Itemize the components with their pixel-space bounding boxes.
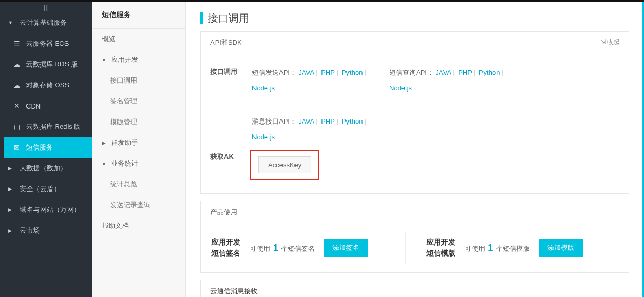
nav1-item-ecs[interactable]: ☰ 云服务器 ECS [4, 33, 92, 54]
api-sdk-card: API和SDK ⇲ 收起 接口调用 短信发送API： JAVA| PHP| Py… [200, 31, 629, 194]
product-usage-card: 产品使用 应用开发短信签名 可使用 1 个短信签名 添加签名 [200, 201, 629, 273]
cdn-icon: ✕ [12, 102, 21, 110]
nav2-item-signature[interactable]: 签名管理 [92, 91, 185, 112]
nav2-label: 概览 [102, 34, 115, 44]
api-group-send: 短信发送API： JAVA| PHP| Python| Node.js [252, 65, 371, 96]
nav1-group-market[interactable]: 云市场 [0, 220, 92, 241]
nav1-label: 安全（云盾） [20, 184, 60, 194]
api-call-row-label: 接口调用 [210, 65, 252, 76]
card-heading: 产品使用 [210, 208, 237, 217]
accesskey-highlight: AccessKey [250, 150, 319, 180]
app-shell: ||| 云计算基础服务 ☰ 云服务器 ECS ☁ 云数据库 RDS 版 ☁ 对象… [0, 2, 644, 297]
message-receive-card: 云通信消息接收 [200, 280, 629, 297]
nav1-item-sms[interactable]: ✉ 短信服务 [4, 137, 92, 158]
nav2-item-batch[interactable]: ▶群发助手 [92, 132, 185, 153]
nav1-label: 云数据库 Redis 版 [26, 122, 81, 131]
nav1-label: 云市场 [20, 226, 40, 235]
usage-signature-count: 可使用 1 个短信签名 [250, 242, 315, 253]
api-link-python[interactable]: Python [479, 69, 500, 76]
api-link-php[interactable]: PHP [458, 69, 472, 76]
usage-signature-cell: 应用开发短信签名 可使用 1 个短信签名 添加签名 [210, 232, 405, 264]
nav2-item-overview[interactable]: 概览 [92, 29, 185, 49]
nav2-label: 发送记录查询 [110, 200, 151, 210]
api-link-nodejs[interactable]: Node.js [252, 133, 275, 141]
nav1-item-oss[interactable]: ☁ 对象存储 OSS [4, 75, 92, 96]
card-heading: API和SDK [210, 38, 242, 47]
ak-row-label: 获取AK [210, 150, 252, 161]
nav1-label: 大数据（数加） [20, 164, 67, 173]
secondary-sidebar: 短信服务 概览 应用开发 接口调用 签名管理 模版管理 ▶群发助手 业务统计 统… [92, 2, 186, 297]
sms-icon: ✉ [12, 143, 21, 152]
api-link-java[interactable]: JAVA [299, 117, 315, 125]
nav1-group-bigdata[interactable]: 大数据（数加） [0, 158, 92, 179]
nav2-item-appdev[interactable]: 应用开发 [92, 49, 185, 70]
usage-template-title: 应用开发短信模版 [426, 237, 455, 259]
card-collapse-button[interactable]: ⇲ 收起 [600, 38, 620, 47]
nav1-group-security[interactable]: 安全（云盾） [0, 179, 92, 199]
server-icon: ☰ [12, 39, 21, 48]
chevron-right-icon [8, 228, 16, 233]
chevron-down-icon [102, 161, 108, 167]
add-template-button[interactable]: 添加模版 [539, 239, 583, 256]
nav1-label: 短信服务 [26, 143, 53, 152]
api-link-php[interactable]: PHP [321, 117, 335, 125]
nav2-item-help[interactable]: 帮助文档 [92, 215, 185, 236]
chevron-right-icon [8, 207, 16, 212]
nav2-item-send-log[interactable]: 发送记录查询 [92, 195, 185, 215]
card-heading: 云通信消息接收 [210, 287, 258, 295]
nav2-label: 应用开发 [111, 55, 138, 64]
nav1-item-cdn[interactable]: ✕ CDN [4, 96, 92, 116]
chevron-right-icon: ▶ [102, 140, 108, 146]
nav1-label: 云计算基础服务 [20, 18, 67, 28]
secondary-sidebar-title: 短信服务 [92, 2, 185, 29]
add-signature-button[interactable]: 添加签名 [324, 239, 368, 256]
api-link-nodejs[interactable]: Node.js [252, 84, 275, 92]
nav1-label: CDN [26, 102, 41, 110]
nav1-item-rds[interactable]: ☁ 云数据库 RDS 版 [4, 54, 92, 75]
usage-template-count: 可使用 1 个短信模版 [465, 242, 530, 253]
collapse-icon: ||| [44, 4, 49, 11]
cloud-icon: ☁ [12, 81, 21, 89]
database-icon: ☁ [12, 60, 21, 69]
api-group-message: 消息接口API： JAVA| PHP| Python| Node.js [252, 114, 371, 145]
nav1-item-redis[interactable]: ▢ 云数据库 Redis 版 [4, 116, 92, 137]
nav2-label: 帮助文档 [102, 221, 129, 231]
nav2-label: 群发助手 [111, 138, 138, 147]
chevron-down-icon [102, 57, 108, 63]
nav1-label: 对象存储 OSS [26, 80, 69, 90]
chevron-down-icon [8, 20, 16, 25]
chevron-right-icon [8, 166, 16, 171]
nav2-label: 业务统计 [111, 159, 138, 168]
page-title: 接口调用 [200, 12, 629, 24]
nav2-label: 签名管理 [110, 97, 137, 106]
usage-signature-title: 应用开发短信签名 [211, 237, 240, 259]
nav1-label: 云数据库 RDS 版 [26, 60, 78, 69]
nav2-item-api-call[interactable]: 接口调用 [92, 70, 185, 91]
sidebar-collapse-toggle[interactable]: ||| [0, 2, 92, 12]
nav2-label: 模版管理 [110, 117, 137, 127]
nav2-label: 接口调用 [110, 76, 137, 85]
nav1-group-cloud-base[interactable]: 云计算基础服务 [0, 12, 92, 33]
nav2-item-stats-overview[interactable]: 统计总览 [92, 174, 185, 195]
main-content: 接口调用 API和SDK ⇲ 收起 接口调用 短信发送API： JAVA| PH… [186, 2, 644, 297]
nav2-item-stats[interactable]: 业务统计 [92, 153, 185, 174]
nav2-label: 统计总览 [110, 180, 137, 189]
api-link-php[interactable]: PHP [321, 69, 335, 76]
api-link-python[interactable]: Python [342, 69, 363, 76]
nav1-label: 云服务器 ECS [26, 39, 69, 48]
api-link-java[interactable]: JAVA [436, 69, 452, 76]
redis-icon: ▢ [12, 123, 21, 131]
api-link-java[interactable]: JAVA [299, 69, 315, 76]
nav2-item-template[interactable]: 模版管理 [92, 112, 185, 132]
api-link-nodejs[interactable]: Node.js [389, 84, 412, 92]
chevron-right-icon [8, 186, 16, 192]
primary-sidebar: ||| 云计算基础服务 ☰ 云服务器 ECS ☁ 云数据库 RDS 版 ☁ 对象… [0, 2, 92, 297]
api-link-python[interactable]: Python [342, 117, 363, 125]
scrollbar-edge[interactable] [642, 2, 644, 297]
nav1-group-domain[interactable]: 域名与网站（万网） [0, 199, 92, 220]
nav1-label: 域名与网站（万网） [20, 205, 81, 214]
api-group-query: 短信查询API： JAVA| PHP| Python| Node.js [389, 65, 508, 96]
accesskey-button[interactable]: AccessKey [258, 156, 311, 173]
usage-template-cell: 应用开发短信模版 可使用 1 个短信模版 添加模版 [405, 232, 620, 264]
